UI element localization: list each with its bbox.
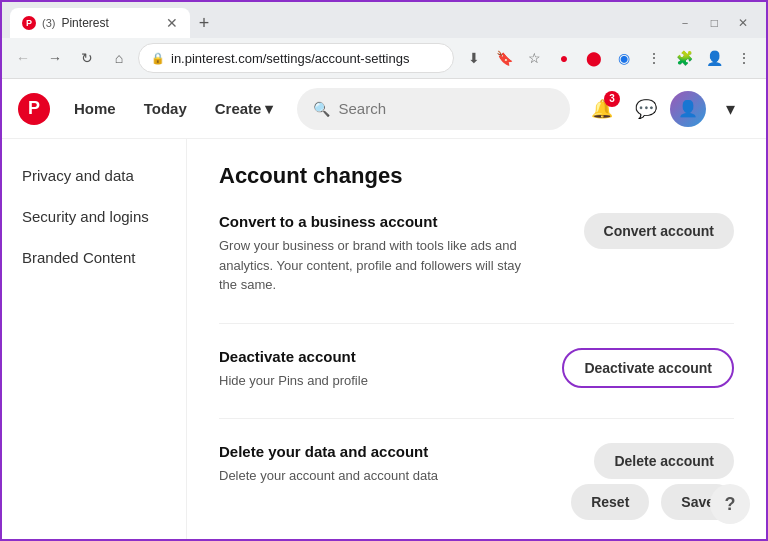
pinterest-nav: P Home Today Create ▾ 🔍 Search 🔔 3 💬 👤 ▾ [2, 79, 766, 139]
delete-account-button[interactable]: Delete account [594, 443, 734, 479]
convert-account-button[interactable]: Convert account [584, 213, 734, 249]
address-bar[interactable]: 🔒 in.pinterest.com/settings/account-sett… [138, 43, 454, 73]
convert-desc: Grow your business or brand with tools l… [219, 236, 539, 295]
forward-button[interactable]: → [42, 45, 68, 71]
notifications-button[interactable]: 🔔 3 [582, 89, 622, 129]
delete-title: Delete your data and account [219, 443, 574, 460]
profile-icon[interactable]: 👤 [700, 44, 728, 72]
convert-title: Convert to a business account [219, 213, 564, 230]
tab-bar: P (3) Pinterest ✕ + － □ ✕ [2, 2, 766, 38]
chevron-down-icon: ▾ [265, 100, 273, 118]
tab-favicon: P [22, 16, 36, 30]
minimize-button[interactable]: － [673, 13, 697, 34]
close-button[interactable]: ✕ [732, 14, 754, 32]
star-icon[interactable]: ☆ [520, 44, 548, 72]
extension-grid-icon[interactable]: ⋮ [640, 44, 668, 72]
pinterest-logo[interactable]: P [18, 93, 50, 125]
delete-desc: Delete your account and account data [219, 466, 539, 486]
sidebar: Privacy and data Security and logins Bra… [2, 139, 187, 540]
extension-red-icon[interactable]: ● [550, 44, 578, 72]
url-text: in.pinterest.com/settings/account-settin… [171, 51, 409, 66]
nav-right: 🔔 3 💬 👤 ▾ [582, 89, 750, 129]
reset-button[interactable]: Reset [571, 484, 649, 520]
deactivate-title: Deactivate account [219, 348, 542, 365]
address-bar-row: ← → ↻ ⌂ 🔒 in.pinterest.com/settings/acco… [2, 38, 766, 78]
active-tab[interactable]: P (3) Pinterest ✕ [10, 8, 190, 38]
back-button[interactable]: ← [10, 45, 36, 71]
home-button[interactable]: ⌂ [106, 45, 132, 71]
content-area: Account changes Convert to a business ac… [187, 139, 766, 540]
download-icon[interactable]: ⬇ [460, 44, 488, 72]
convert-section: Convert to a business account Grow your … [219, 213, 734, 295]
extension-circle-icon[interactable]: ⬤ [580, 44, 608, 72]
nav-home[interactable]: Home [62, 92, 128, 125]
section-divider-1 [219, 323, 734, 324]
tab-title: Pinterest [61, 16, 160, 30]
convert-action: Convert account [584, 213, 734, 249]
search-icon: 🔍 [313, 101, 330, 117]
tab-close-button[interactable]: ✕ [166, 16, 178, 30]
sidebar-item-privacy[interactable]: Privacy and data [2, 155, 186, 196]
nav-create[interactable]: Create ▾ [203, 92, 286, 126]
sidebar-item-branded[interactable]: Branded Content [2, 237, 186, 278]
menu-icon[interactable]: ⋮ [730, 44, 758, 72]
tab-count: (3) [42, 17, 55, 29]
nav-links: Home Today Create ▾ [62, 92, 285, 126]
browser-chrome: P (3) Pinterest ✕ + － □ ✕ ← → ↻ ⌂ 🔒 in.p… [2, 2, 766, 79]
delete-action: Delete account [594, 443, 734, 479]
sidebar-item-security[interactable]: Security and logins [2, 196, 186, 237]
section-divider-2 [219, 418, 734, 419]
account-menu-button[interactable]: ▾ [710, 89, 750, 129]
deactivate-desc: Hide your Pins and profile [219, 371, 539, 391]
new-tab-button[interactable]: + [190, 9, 218, 37]
deactivate-action: Deactivate account [562, 348, 734, 388]
maximize-button[interactable]: □ [705, 14, 724, 32]
convert-section-info: Convert to a business account Grow your … [219, 213, 564, 295]
avatar-button[interactable]: 👤 [670, 91, 706, 127]
page-title: Account changes [219, 163, 734, 189]
deactivate-account-button[interactable]: Deactivate account [562, 348, 734, 388]
delete-section: Delete your data and account Delete your… [219, 443, 734, 486]
toolbar-icons: ⬇ 🔖 ☆ ● ⬤ ◉ ⋮ 🧩 👤 ⋮ [460, 44, 758, 72]
extension-icon-1[interactable]: 🔖 [490, 44, 518, 72]
reload-button[interactable]: ↻ [74, 45, 100, 71]
nav-today[interactable]: Today [132, 92, 199, 125]
notification-badge: 3 [604, 91, 620, 107]
security-lock-icon: 🔒 [151, 52, 165, 65]
search-bar[interactable]: 🔍 Search [297, 88, 570, 130]
delete-section-info: Delete your data and account Delete your… [219, 443, 574, 486]
extension-puzzle-icon[interactable]: 🧩 [670, 44, 698, 72]
extension-blue-icon[interactable]: ◉ [610, 44, 638, 72]
search-placeholder: Search [338, 100, 386, 117]
deactivate-section: Deactivate account Hide your Pins and pr… [219, 348, 734, 391]
window-controls: － □ ✕ [673, 13, 758, 34]
main-content: Privacy and data Security and logins Bra… [2, 139, 766, 540]
help-button[interactable]: ? [710, 484, 750, 524]
messages-button[interactable]: 💬 [626, 89, 666, 129]
deactivate-section-info: Deactivate account Hide your Pins and pr… [219, 348, 542, 391]
